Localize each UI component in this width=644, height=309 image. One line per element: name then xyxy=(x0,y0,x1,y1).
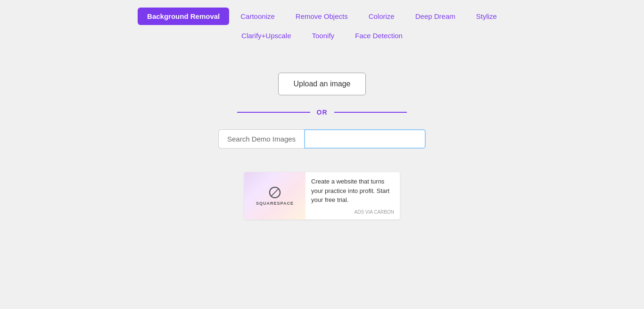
nav-row-1: Background Removal Cartoonize Remove Obj… xyxy=(138,8,506,25)
tab-colorize[interactable]: Colorize xyxy=(359,8,404,25)
main-content: Upload an image OR Search Demo Images SQ… xyxy=(0,73,644,219)
tab-clarify-upscale[interactable]: Clarify+Upscale xyxy=(232,27,300,44)
squarespace-text: SQUARESPACE xyxy=(256,201,294,206)
tab-cartoonize[interactable]: Cartoonize xyxy=(231,8,284,25)
search-container: Search Demo Images xyxy=(218,129,426,149)
ad-content: Create a website that turns your practic… xyxy=(305,172,400,219)
squarespace-icon xyxy=(268,186,281,199)
upload-button[interactable]: Upload an image xyxy=(278,73,366,95)
search-input[interactable] xyxy=(304,129,426,149)
search-label: Search Demo Images xyxy=(218,129,304,149)
tab-remove-objects[interactable]: Remove Objects xyxy=(286,8,357,25)
ad-banner: SQUARESPACE Create a website that turns … xyxy=(244,172,400,219)
ad-image: SQUARESPACE xyxy=(244,172,305,219)
tab-face-detection[interactable]: Face Detection xyxy=(346,27,412,44)
tab-stylize[interactable]: Stylize xyxy=(467,8,506,25)
nav-row-2: Clarify+Upscale Toonify Face Detection xyxy=(232,27,412,44)
or-text: OR xyxy=(310,109,334,116)
tab-background-removal[interactable]: Background Removal xyxy=(138,8,229,25)
or-divider: OR xyxy=(237,109,407,116)
or-line-right xyxy=(334,112,407,113)
or-line-left xyxy=(237,112,310,113)
squarespace-logo: SQUARESPACE xyxy=(256,186,294,206)
page-container: Background Removal Cartoonize Remove Obj… xyxy=(0,0,644,309)
nav-bar: Background Removal Cartoonize Remove Obj… xyxy=(110,8,534,44)
tab-toonify[interactable]: Toonify xyxy=(303,27,344,44)
ad-footer-text: ADS VIA CARBON xyxy=(311,209,394,215)
ad-body-text: Create a website that turns your practic… xyxy=(311,177,394,205)
tab-deep-dream[interactable]: Deep Dream xyxy=(406,8,465,25)
